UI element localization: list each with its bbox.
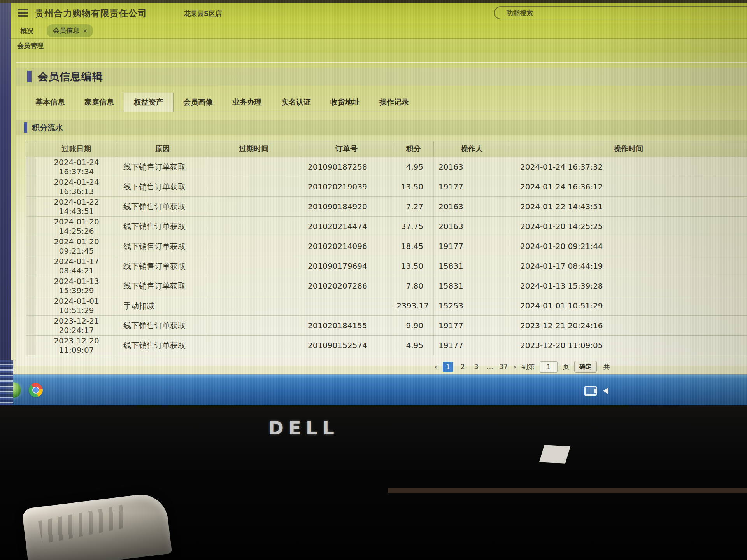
cell-order-no: 201090152574 bbox=[300, 336, 393, 355]
monitor-brand-logo: DELL bbox=[249, 417, 358, 439]
cell-posting-date: 2024-01-24 16:36:13 bbox=[36, 177, 117, 197]
breadcrumb: 会员管理 bbox=[11, 38, 747, 52]
cell-order-no: 201020214474 bbox=[300, 217, 393, 236]
table-row[interactable]: 2023-12-20 11:09:07 线下销售订单获取 20109015257… bbox=[26, 336, 747, 355]
app-window: 贵州合力购物有限责任公司 花果园S区店 功能搜索 概况 会员信息 × 会员管理 … bbox=[11, 3, 747, 374]
tab-overview[interactable]: 概况 bbox=[20, 26, 33, 35]
taskbar bbox=[0, 374, 747, 405]
page-number[interactable]: 3 bbox=[472, 363, 480, 371]
store-name: 花果园S区店 bbox=[184, 9, 222, 18]
goto-page-input[interactable]: 1 bbox=[540, 361, 558, 373]
menu-icon[interactable] bbox=[18, 9, 28, 17]
cell-points: 9.90 bbox=[393, 316, 434, 336]
cell-posting-date: 2024-01-20 09:21:45 bbox=[36, 236, 117, 256]
section-accent-bar bbox=[24, 122, 27, 133]
cell-posting-date: 2024-01-13 15:39:29 bbox=[36, 276, 117, 296]
section-title-band: 积分流水 bbox=[16, 120, 747, 135]
editor-tab-label: 会员画像 bbox=[183, 98, 213, 106]
cell-reason: 线下销售订单获取 bbox=[117, 177, 208, 197]
editor-tab[interactable]: 家庭信息 bbox=[75, 93, 124, 112]
cell-op-time: 2024-01-01 10:51:29 bbox=[510, 296, 747, 316]
goto-label: 到第 bbox=[521, 362, 535, 371]
workspace-tabbar: 概况 会员信息 × bbox=[11, 23, 747, 38]
cell-points: 7.80 bbox=[393, 276, 434, 296]
tab-member-info[interactable]: 会员信息 × bbox=[47, 24, 93, 37]
editor-tab[interactable]: 实名认证 bbox=[272, 93, 321, 112]
close-icon[interactable]: × bbox=[83, 28, 88, 34]
column-op-time: 操作时间 bbox=[510, 141, 747, 157]
table-row[interactable]: 2024-01-01 10:51:29 手动扣减 -2393.17 15253 … bbox=[26, 296, 747, 316]
cell-op-time: 2024-01-20 09:21:44 bbox=[510, 236, 747, 256]
cell-op-time: 2024-01-24 16:37:32 bbox=[510, 157, 747, 177]
table-row[interactable]: 2024-01-13 15:39:29 线下销售订单获取 20102020728… bbox=[26, 276, 747, 296]
column-points: 积分 bbox=[393, 141, 434, 157]
table-row[interactable]: 2024-01-22 14:43:51 线下销售订单获取 20109018492… bbox=[26, 197, 747, 217]
editor-tab[interactable]: 会员画像 bbox=[174, 93, 223, 112]
table-row[interactable]: 2023-12-21 20:24:17 线下销售订单获取 20102018415… bbox=[26, 316, 747, 336]
editor-tab-active[interactable]: 权益资产 bbox=[124, 93, 174, 112]
cell-reason: 手动扣减 bbox=[117, 296, 208, 316]
cell-points: 4.95 bbox=[393, 157, 434, 177]
cell-select bbox=[26, 276, 36, 296]
page-number-active[interactable]: 1 bbox=[443, 362, 453, 372]
function-search-input[interactable]: 功能搜索 bbox=[494, 6, 747, 19]
cell-posting-date: 2024-01-20 14:25:26 bbox=[36, 217, 117, 236]
chrome-icon[interactable] bbox=[29, 383, 43, 397]
editor-tab[interactable]: 操作记录 bbox=[370, 93, 419, 112]
table-row[interactable]: 2024-01-17 08:44:21 线下销售订单获取 20109017969… bbox=[26, 256, 747, 276]
editor-tab[interactable]: 收货地址 bbox=[321, 93, 370, 112]
cell-expire-time bbox=[208, 276, 300, 296]
cell-reason: 线下销售订单获取 bbox=[117, 217, 208, 236]
editor-tab[interactable]: 业务办理 bbox=[223, 93, 272, 112]
next-page-icon[interactable]: › bbox=[513, 363, 516, 371]
table-row[interactable]: 2024-01-20 14:25:26 线下销售订单获取 20102021447… bbox=[26, 217, 747, 236]
cell-expire-time bbox=[208, 157, 300, 177]
pagination: ‹ 123…37 › 到第 1 页 确定 共 bbox=[16, 361, 747, 373]
editor-tab-label: 基本信息 bbox=[35, 98, 65, 106]
cell-operator: 20163 bbox=[434, 217, 510, 236]
editor-tab-label: 家庭信息 bbox=[84, 98, 114, 106]
cell-select bbox=[26, 157, 36, 177]
prev-page-icon[interactable]: ‹ bbox=[434, 363, 438, 371]
app-header: 贵州合力购物有限责任公司 花果园S区店 功能搜索 bbox=[11, 3, 747, 24]
company-name: 贵州合力购物有限责任公司 bbox=[35, 7, 147, 19]
cell-posting-date: 2024-01-24 16:37:34 bbox=[36, 157, 117, 177]
page-unit-label: 页 bbox=[563, 362, 569, 371]
cell-reason: 线下销售订单获取 bbox=[117, 236, 208, 256]
editor-tab-label: 权益资产 bbox=[134, 98, 163, 106]
table-row[interactable]: 2024-01-20 09:21:45 线下销售订单获取 20102021409… bbox=[26, 236, 747, 256]
editor-tab-label: 收货地址 bbox=[330, 98, 360, 106]
editor-tab[interactable]: 基本信息 bbox=[26, 93, 75, 112]
page-number[interactable]: 2 bbox=[458, 363, 467, 371]
page-ellipsis: … bbox=[486, 363, 494, 371]
cell-order-no: 201090187258 bbox=[300, 157, 393, 177]
cell-expire-time bbox=[208, 316, 300, 336]
page-numbers: 123…37 bbox=[443, 362, 508, 372]
cell-reason: 线下销售订单获取 bbox=[117, 276, 208, 296]
confirm-page-button[interactable]: 确定 bbox=[574, 361, 597, 373]
cell-order-no: 201020214096 bbox=[300, 236, 393, 256]
stand-label bbox=[539, 445, 570, 463]
volume-icon[interactable] bbox=[603, 387, 608, 394]
table-row[interactable]: 2024-01-24 16:37:34 线下销售订单获取 20109018725… bbox=[26, 157, 747, 177]
table-row[interactable]: 2024-01-24 16:36:13 线下销售订单获取 20102021903… bbox=[26, 177, 747, 197]
window-body: 会员信息编辑 基本信息 家庭信息 权益资产 会员画像 业务办理 实名认证 收货地… bbox=[11, 52, 747, 374]
photo-frame: 贵州合力购物有限责任公司 花果园S区店 功能搜索 概况 会员信息 × 会员管理 … bbox=[0, 0, 747, 560]
bezel-top-edge bbox=[0, 0, 747, 3]
cell-select bbox=[26, 336, 36, 355]
cell-points: 13.50 bbox=[393, 177, 434, 197]
cell-expire-time bbox=[208, 336, 300, 355]
cell-points: 7.27 bbox=[393, 197, 434, 217]
editor-tab-label: 业务办理 bbox=[232, 98, 262, 106]
page-number[interactable]: 37 bbox=[499, 363, 508, 371]
table-header-row: 过账日期 原因 过期时间 订单号 积分 操作人 操作时间 bbox=[26, 141, 747, 157]
cell-expire-time bbox=[208, 256, 300, 276]
cell-select bbox=[26, 296, 36, 316]
title-accent-bar bbox=[27, 71, 32, 82]
cell-points: 13.50 bbox=[393, 256, 434, 276]
cell-posting-date: 2024-01-01 10:51:29 bbox=[36, 296, 117, 316]
cell-reason: 线下销售订单获取 bbox=[117, 316, 208, 336]
cell-operator: 15831 bbox=[434, 256, 510, 276]
cell-select bbox=[26, 177, 36, 197]
cell-reason: 线下销售订单获取 bbox=[117, 256, 208, 276]
